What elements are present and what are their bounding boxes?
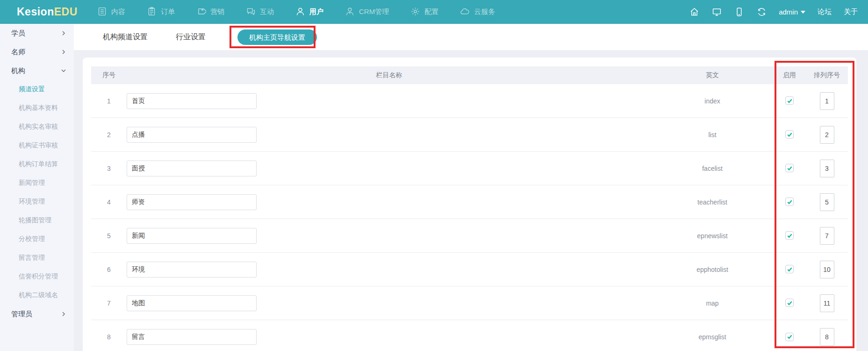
table-row: 7 map: [91, 286, 848, 320]
sidebar-item-institutions[interactable]: 机构: [0, 61, 74, 80]
admin-dropdown[interactable]: admin: [779, 8, 805, 16]
column-name-input[interactable]: [127, 194, 257, 210]
home-icon[interactable]: [689, 7, 699, 17]
sidebar-item-message-mgmt[interactable]: 留言管理: [0, 249, 74, 267]
english-value: index: [652, 97, 773, 105]
sidebar-item-news-mgmt[interactable]: 新闻管理: [0, 174, 74, 192]
table-row: 8 epmsglist: [91, 320, 848, 351]
column-name-input[interactable]: [127, 228, 257, 244]
tab-bar: 机构频道设置 行业设置 机构主页导航设置: [74, 24, 868, 50]
order-number-input[interactable]: [820, 227, 834, 245]
menu-item-content[interactable]: 内容: [86, 0, 136, 24]
table-row: 4 teacherlist: [91, 185, 848, 219]
menu-item-crm[interactable]: CRM管理: [334, 0, 400, 24]
menu-item-orders[interactable]: 订单: [136, 0, 186, 24]
sidebar-item-teachers[interactable]: 名师: [0, 43, 74, 61]
sidebar-item-branch-mgmt[interactable]: 分校管理: [0, 230, 74, 249]
column-name-input[interactable]: [127, 295, 257, 311]
sidebar-item-label: 机构基本资料: [19, 104, 58, 112]
sidebar-item-environment-mgmt[interactable]: 环境管理: [0, 192, 74, 211]
order-number-input[interactable]: [820, 294, 834, 312]
english-value: list: [652, 131, 773, 139]
main-menu: 内容 订单 营销 互动 用户 CRM管理: [86, 0, 506, 24]
column-name-input[interactable]: [127, 127, 257, 143]
menu-label: 用户: [309, 7, 323, 16]
enable-checkbox[interactable]: [785, 299, 794, 307]
enable-checkbox[interactable]: [785, 265, 794, 273]
menu-item-config[interactable]: 配置: [400, 0, 449, 24]
user-icon: [295, 7, 305, 18]
row-index: 6: [91, 266, 127, 273]
sidebar-item-students[interactable]: 学员: [0, 24, 74, 43]
page: KesionEDU 内容 订单 营销 互动 用户: [0, 0, 868, 351]
english-value: epphotolist: [652, 266, 773, 273]
table-row: 2 list: [91, 118, 848, 152]
sidebar-item-channel-settings[interactable]: 频道设置: [0, 80, 74, 99]
content-area: 序号 栏目名称 英文 启用 排列序号 1 index 2: [74, 50, 868, 351]
enable-checkbox[interactable]: [785, 96, 794, 105]
sidebar-item-carousel-mgmt[interactable]: 轮播图管理: [0, 211, 74, 230]
enable-checkbox[interactable]: [785, 130, 794, 139]
chevron-right-icon: [61, 49, 66, 55]
menu-label: CRM管理: [359, 7, 389, 16]
tab-industry-settings[interactable]: 行业设置: [176, 32, 206, 42]
chevron-down-icon: [61, 68, 66, 73]
order-number-input[interactable]: [820, 160, 834, 177]
chevron-right-icon: [61, 311, 66, 317]
menu-item-marketing[interactable]: 营销: [186, 0, 235, 24]
document-icon: [97, 7, 107, 18]
menu-item-users[interactable]: 用户: [285, 0, 334, 24]
sidebar-item-label: 学员: [11, 29, 25, 38]
row-index: 3: [91, 165, 127, 172]
refresh-icon[interactable]: [756, 7, 767, 17]
app-logo[interactable]: KesionEDU: [0, 6, 86, 18]
navbar-right: admin 论坛 关于: [689, 7, 868, 17]
enable-checkbox[interactable]: [785, 164, 794, 172]
sidebar-item-label: 机构证书审核: [19, 141, 58, 150]
forum-link[interactable]: 论坛: [818, 7, 832, 16]
about-link[interactable]: 关于: [844, 7, 858, 16]
menu-item-cloud[interactable]: 云服务: [449, 0, 506, 24]
sidebar-item-credit-mgmt[interactable]: 信誉积分管理: [0, 267, 74, 286]
header-index: 序号: [91, 71, 127, 80]
column-name-input[interactable]: [127, 262, 257, 278]
row-index: 2: [91, 131, 127, 139]
enable-checkbox[interactable]: [785, 197, 794, 206]
column-name-input[interactable]: [127, 329, 257, 345]
order-number-input[interactable]: [820, 193, 834, 211]
cloud-icon: [460, 7, 470, 18]
sidebar-item-subdomain[interactable]: 机构二级域名: [0, 286, 74, 305]
english-value: teacherlist: [652, 198, 773, 206]
sidebar-item-order-settlement[interactable]: 机构订单结算: [0, 155, 74, 174]
table-row: 5 epnewslist: [91, 219, 848, 253]
order-number-input[interactable]: [820, 261, 834, 278]
column-name-input[interactable]: [127, 161, 257, 176]
menu-item-interaction[interactable]: 互动: [235, 0, 285, 24]
column-name-input[interactable]: [127, 93, 257, 109]
order-number-input[interactable]: [820, 92, 834, 110]
sidebar-item-label: 机构二级域名: [19, 291, 58, 300]
order-number-input[interactable]: [820, 328, 834, 346]
sidebar-item-realname-audit[interactable]: 机构实名审核: [0, 117, 74, 136]
enable-checkbox[interactable]: [785, 333, 794, 341]
tag-icon: [196, 7, 206, 18]
tab-homepage-nav-settings[interactable]: 机构主页导航设置: [237, 29, 317, 45]
sidebar-item-label: 分校管理: [19, 235, 45, 243]
mobile-icon[interactable]: [734, 7, 744, 17]
sidebar-item-administrators[interactable]: 管理员: [0, 305, 74, 323]
enable-checkbox[interactable]: [785, 231, 794, 240]
row-index: 8: [91, 333, 127, 341]
sidebar-item-label: 频道设置: [19, 85, 45, 94]
sidebar-item-label: 环境管理: [19, 197, 45, 206]
tab-channel-settings[interactable]: 机构频道设置: [103, 32, 148, 42]
sidebar-item-certificate-audit[interactable]: 机构证书审核: [0, 136, 74, 155]
menu-label: 云服务: [474, 7, 495, 16]
monitor-icon[interactable]: [711, 7, 722, 17]
order-number-input[interactable]: [820, 126, 834, 144]
gear-icon: [410, 7, 420, 18]
crm-user-icon: [345, 7, 355, 18]
sidebar-item-basic-info[interactable]: 机构基本资料: [0, 99, 74, 117]
english-value: epmsglist: [652, 333, 773, 341]
english-value: epnewslist: [652, 232, 773, 240]
row-index: 5: [91, 232, 127, 240]
